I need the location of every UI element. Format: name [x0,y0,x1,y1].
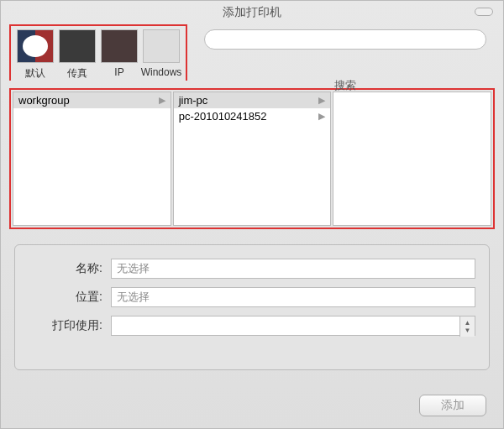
stepper-icon: ▲▼ [459,317,475,337]
chevron-right-icon: ▶ [159,95,165,106]
ip-icon [101,29,138,63]
window-button[interactable] [475,8,493,16]
item-label: jim-pc [179,94,208,107]
tab-group: 默认 传真 IP Windows [9,24,187,81]
search-input[interactable] [204,29,486,50]
location-field[interactable] [111,287,475,307]
default-icon [17,29,54,63]
item-label: pc-201010241852 [179,110,267,123]
tab-ip[interactable]: IP [98,29,140,81]
print-using-select[interactable]: ▲▼ [111,316,475,336]
computer-item[interactable]: jim-pc ▶ [174,92,331,108]
tab-default[interactable]: 默认 [14,29,56,81]
browser-column-1[interactable]: workgroup ▶ [13,92,171,226]
add-button[interactable]: 添加 [419,395,486,416]
tab-windows-label: Windows [141,66,182,78]
item-label: workgroup [18,94,70,107]
titlebar: 添加打印机 [1,1,503,24]
chevron-right-icon: ▶ [318,95,325,106]
fax-icon [59,29,96,63]
browser-column-2[interactable]: jim-pc ▶ pc-201010241852 ▶ [173,92,332,226]
name-label: 名称: [29,261,102,276]
workgroup-item[interactable]: workgroup ▶ [13,92,171,108]
printer-form: 名称: 位置: 打印使用: ▲▼ [14,244,490,370]
computer-item[interactable]: pc-201010241852 ▶ [174,108,331,124]
chevron-right-icon: ▶ [318,111,325,122]
browser-column-3[interactable] [333,92,491,226]
tab-windows[interactable]: Windows [140,29,182,81]
tab-default-label: 默认 [25,67,45,79]
add-printer-window: 添加打印机 默认 传真 IP Windows 🔍 [0,0,504,429]
location-label: 位置: [29,290,102,305]
network-browser: workgroup ▶ jim-pc ▶ pc-201010241852 ▶ [9,88,495,229]
name-field[interactable] [111,259,475,279]
tab-ip-label: IP [114,66,123,78]
window-title: 添加打印机 [223,5,281,20]
tab-fax[interactable]: 传真 [56,29,98,81]
windows-icon [143,29,180,63]
use-label: 打印使用: [29,318,102,333]
footer: 添加 [419,395,486,416]
tab-fax-label: 传真 [67,67,87,79]
search-section: 🔍 搜索 [187,24,495,93]
toolbar: 默认 传真 IP Windows 🔍 搜索 [1,24,503,83]
